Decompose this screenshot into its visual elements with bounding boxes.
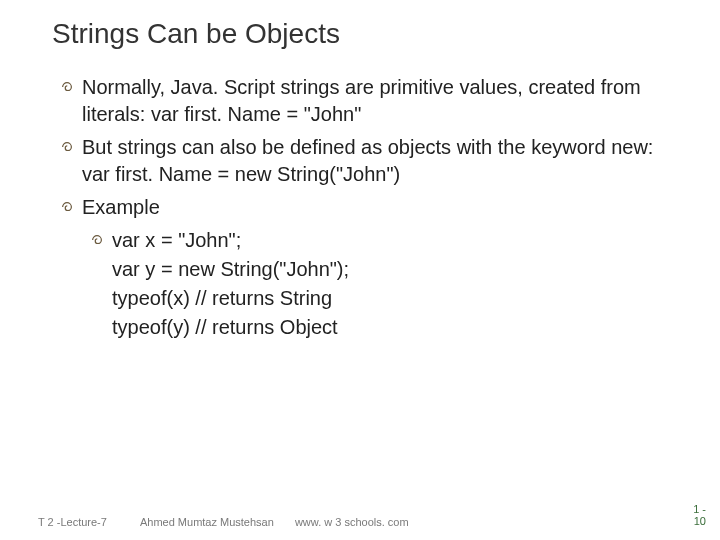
footer-page-a: 1 -: [693, 503, 706, 515]
bullet-2-text: But strings can also be defined as objec…: [82, 136, 653, 185]
bullet-3: Example: [60, 194, 678, 221]
bullet-2: But strings can also be defined as objec…: [60, 134, 678, 188]
code-line-4: typeof(y) // returns Object: [60, 314, 678, 341]
bullet-swirl-icon: [90, 233, 104, 247]
code-line-2: var y = new String("John");: [60, 256, 678, 283]
bullet-swirl-icon: [60, 200, 74, 214]
code-line-1: var x = "John";: [60, 227, 678, 254]
slide: Strings Can be Objects Normally, Java. S…: [0, 0, 720, 540]
slide-body: Normally, Java. Script strings are primi…: [0, 50, 720, 341]
bullet-3-text: Example: [82, 196, 160, 218]
bullet-swirl-icon: [60, 80, 74, 94]
bullet-swirl-icon: [60, 140, 74, 154]
code-line-3: typeof(x) // returns String: [60, 285, 678, 312]
slide-title: Strings Can be Objects: [0, 0, 720, 50]
footer-author: Ahmed Mumtaz Mustehsan: [140, 516, 274, 528]
footer-lecture: T 2 -Lecture-7: [38, 516, 107, 528]
code-line-1-text: var x = "John";: [112, 229, 241, 251]
footer: T 2 -Lecture-7 Ahmed Mumtaz Mustehsan ww…: [0, 516, 720, 528]
footer-page-number: 1 - 10: [693, 503, 706, 528]
footer-page-b: 10: [694, 515, 706, 527]
bullet-1-text: Normally, Java. Script strings are primi…: [82, 76, 641, 125]
bullet-1: Normally, Java. Script strings are primi…: [60, 74, 678, 128]
footer-url: www. w 3 schools. com: [295, 516, 409, 528]
